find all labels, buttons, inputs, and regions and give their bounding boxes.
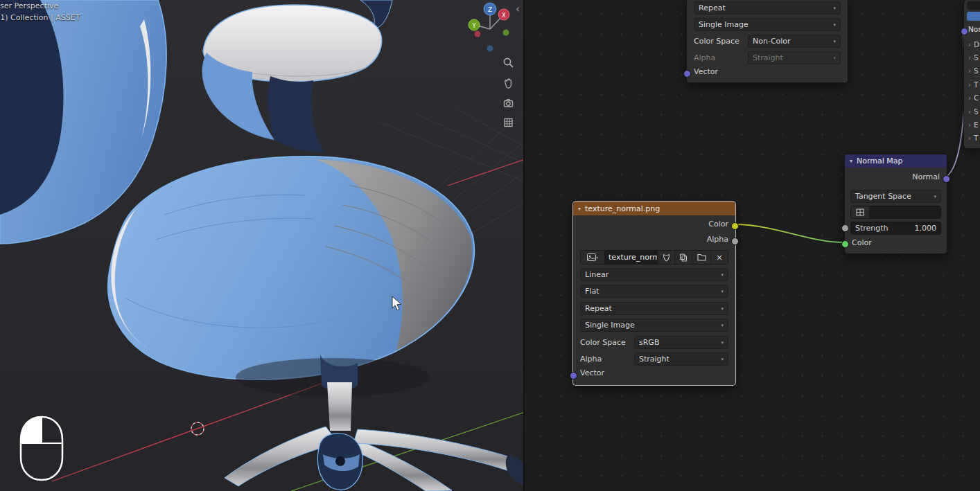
strength-input-socket[interactable] — [841, 224, 849, 232]
node-image-texture-partial[interactable]: Repeat ▾ Single Image ▾ Color Space Non-… — [686, 0, 848, 83]
chevron-down-icon: ▾ — [833, 6, 836, 11]
vector-input-socket[interactable] — [683, 70, 691, 78]
alpha-label: Alpha — [694, 53, 748, 62]
collapse-node-icon[interactable]: ▾ — [578, 206, 581, 212]
chevron-down-icon: ▾ — [833, 55, 836, 61]
color-space-dropdown[interactable]: Non-Color ▾ — [748, 35, 841, 48]
alpha-dropdown[interactable]: Straight ▾ — [634, 352, 728, 366]
node-header[interactable]: ▾ texture_normal.png — [573, 202, 735, 215]
navigation-gizmo[interactable]: Z X Y — [466, 1, 516, 55]
chair-object[interactable] — [0, 0, 525, 491]
image-name-field[interactable]: texture_normal.... — [605, 251, 658, 264]
camera-view-icon[interactable] — [502, 97, 515, 109]
vector-input-socket[interactable] — [570, 372, 577, 380]
extension-dropdown[interactable]: Repeat ▾ — [694, 1, 841, 15]
section-row[interactable]: ›T — [968, 80, 978, 89]
normal-input-socket[interactable] — [961, 28, 968, 35]
chevron-right-icon: › — [968, 121, 971, 129]
chevron-down-icon: ▾ — [721, 340, 724, 346]
zoom-icon[interactable] — [502, 57, 515, 69]
section-label: E — [974, 120, 979, 129]
normal-input-label: Nor — [968, 25, 980, 33]
dropdown-value: Non-Color — [753, 37, 791, 46]
unlink-close-icon[interactable]: × — [711, 251, 728, 264]
node-normal-map[interactable]: ▾ Normal Map Normal Tangent Space ▾ Str — [844, 154, 947, 254]
gizmo-minus-z[interactable] — [487, 46, 493, 52]
color-space-dropdown[interactable]: sRGB ▾ — [634, 336, 728, 349]
extension-dropdown[interactable]: Repeat ▾ — [580, 302, 728, 315]
strength-label: Strength — [855, 224, 889, 233]
chevron-right-icon: › — [968, 41, 971, 48]
section-row[interactable]: ›S — [968, 66, 979, 75]
section-label: S — [974, 66, 979, 75]
3d-viewport[interactable]: User Perspective (1) Collection | ASSET … — [0, 0, 525, 491]
viewport-perspective-label: User Perspective — [0, 1, 58, 10]
collapse-node-icon[interactable]: ▾ — [850, 158, 852, 164]
fake-user-shield-icon[interactable] — [658, 251, 675, 264]
uv-map-value[interactable] — [870, 206, 940, 218]
section-label: T — [974, 134, 978, 142]
color-input-socket[interactable] — [841, 240, 849, 248]
node-title: Normal Map — [857, 157, 903, 166]
dropdown-value: Flat — [585, 287, 599, 296]
color-output-label: Color — [708, 220, 728, 229]
alpha-label: Alpha — [580, 355, 634, 364]
chevron-down-icon: ▾ — [721, 323, 724, 328]
pan-hand-icon[interactable] — [502, 78, 515, 90]
image-browse-button[interactable]: ▾ — [581, 251, 605, 264]
dropdown-value: Repeat — [699, 3, 726, 12]
color-space-label: Color Space — [580, 338, 634, 347]
section-row[interactable]: ›S — [968, 53, 979, 62]
gizmo-minus-x[interactable] — [475, 31, 481, 37]
wire-normal-to-bsdf — [945, 30, 965, 177]
node-header[interactable]: ▾ Normal Map — [845, 154, 947, 168]
duplicate-image-icon[interactable] — [675, 251, 692, 264]
source-dropdown[interactable]: Single Image ▾ — [580, 319, 728, 332]
viewport-collection-label: (1) Collection | ASSET — [0, 13, 80, 22]
interpolation-dropdown[interactable]: Linear ▾ — [580, 268, 728, 281]
partial-value-slider[interactable] — [967, 12, 980, 21]
strength-value: 1.000 — [915, 224, 937, 233]
chevron-right-icon: › — [968, 54, 971, 62]
section-label: S — [974, 107, 979, 116]
section-label: T — [974, 80, 978, 89]
space-dropdown[interactable]: Tangent Space ▾ — [850, 190, 941, 203]
chevron-right-icon: › — [968, 67, 971, 75]
chevron-right-icon: › — [968, 134, 971, 142]
dropdown-value: Linear — [585, 270, 609, 279]
strength-slider[interactable]: Strength 1.000 — [850, 222, 941, 235]
grid-ortho-icon[interactable] — [502, 116, 515, 129]
mouse-left-click-indicator — [17, 414, 67, 483]
node-image-texture[interactable]: ▾ texture_normal.png Color Alpha ▾ textu… — [572, 201, 736, 386]
alpha-output-socket[interactable] — [731, 238, 739, 245]
section-label: S — [974, 53, 979, 62]
open-folder-icon[interactable] — [692, 251, 711, 264]
node-principled-bsdf-partial[interactable]: Nor ›D ›S ›S ›T ›C ›S ›E ›T — [963, 0, 980, 149]
close-icon: × — [716, 253, 723, 262]
chevron-down-icon: ▾ — [721, 289, 724, 294]
normal-output-label: Normal — [912, 172, 940, 181]
section-label: D — [974, 40, 979, 48]
shader-editor[interactable]: Repeat ▾ Single Image ▾ Color Space Non-… — [525, 0, 980, 491]
alpha-dropdown[interactable]: Straight ▾ — [748, 51, 841, 64]
projection-dropdown[interactable]: Flat ▾ — [580, 285, 728, 298]
section-row[interactable]: ›T — [968, 134, 978, 142]
gizmo-y-label: Y — [471, 22, 476, 29]
chevron-down-icon: ▾ — [833, 22, 836, 28]
partial-field[interactable] — [967, 1, 980, 10]
gizmo-minus-y[interactable] — [503, 30, 509, 36]
section-row[interactable]: ›S — [968, 107, 979, 116]
chevron-right-icon: › — [968, 94, 971, 102]
source-dropdown[interactable]: Single Image ▾ — [694, 18, 841, 31]
color-output-socket[interactable] — [731, 222, 739, 230]
section-row[interactable]: ›C — [968, 93, 979, 102]
dropdown-value: Single Image — [585, 321, 635, 330]
normal-output-socket[interactable] — [943, 175, 950, 183]
section-row[interactable]: ›D — [968, 40, 979, 48]
wire-color-to-normalmap — [735, 224, 844, 242]
chevron-right-icon: › — [968, 81, 971, 89]
color-input-label: Color — [852, 238, 872, 247]
collapse-panel-icon[interactable]: ‹ — [516, 4, 520, 14]
uv-map-field[interactable] — [850, 206, 941, 219]
section-row[interactable]: ›E — [968, 120, 979, 129]
